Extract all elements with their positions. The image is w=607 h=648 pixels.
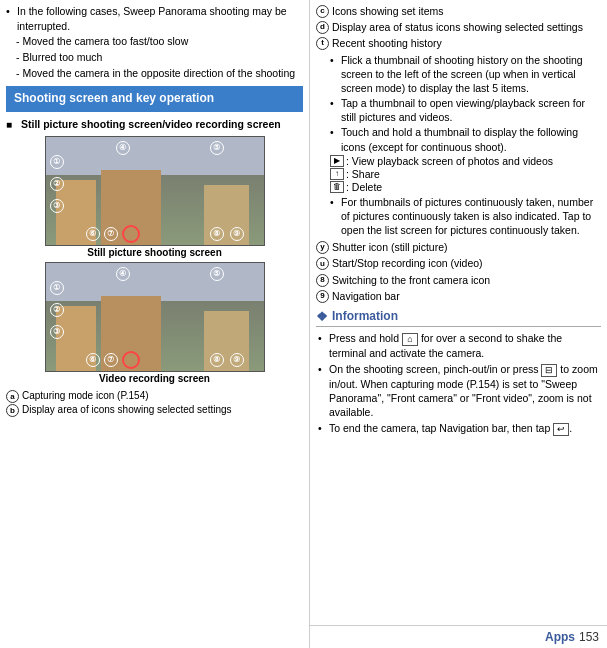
zoom-button-icon: ⊟ bbox=[541, 364, 557, 377]
dash-3: - bbox=[16, 66, 20, 81]
black-square-icon: ■ bbox=[6, 118, 16, 131]
info-bullet-2: • On the shooting screen, pinch-out/in o… bbox=[316, 362, 601, 419]
circle-1-screen2: ① bbox=[50, 281, 64, 295]
history-bullet-3: • Touch and hold a thumbnail to display … bbox=[326, 125, 601, 153]
history-bullet-2-text: Tap a thumbnail to open viewing/playback… bbox=[341, 96, 601, 124]
dash-text-1: Moved the camera too fast/too slow bbox=[23, 34, 189, 49]
circle-1-screen1: ① bbox=[50, 155, 64, 169]
bullet-dot-h1: • bbox=[330, 53, 338, 67]
circle-y: y bbox=[316, 241, 329, 254]
circle-5-screen2: ⑤ bbox=[210, 267, 224, 281]
circle-d: d bbox=[316, 21, 329, 34]
footer: Apps 153 bbox=[310, 625, 607, 648]
camera-screens: ① ② ③ ④ ⑤ ⑥ ⑦ ⑧ ⑨ Still picture shooting… bbox=[6, 136, 303, 386]
video-recording-screen-wrapper: ① ② ③ ④ ⑤ ⑥ ⑦ ⑧ ⑨ Video recording screen bbox=[6, 262, 303, 386]
share-icon-box: ↑ bbox=[330, 168, 344, 180]
info-header-text: Information bbox=[332, 309, 398, 323]
dash-1: - bbox=[16, 34, 20, 49]
back-button-icon: ↩ bbox=[553, 423, 569, 436]
item-u-text: Start/Stop recording icon (video) bbox=[332, 256, 483, 270]
circle-2-screen2: ② bbox=[50, 303, 64, 317]
item-c: c Icons showing set items bbox=[316, 4, 601, 18]
dash-text-2: Blurred too much bbox=[23, 50, 103, 65]
item-t: t Recent shooting history bbox=[316, 36, 601, 50]
circle-2-screen1: ② bbox=[50, 177, 64, 191]
bullet-dot-i1: • bbox=[318, 331, 326, 345]
info-bullet-2-text: On the shooting screen, pinch-out/in or … bbox=[329, 362, 601, 419]
item-u: u Start/Stop recording icon (video) bbox=[316, 256, 601, 270]
item-8: 8 Switching to the front camera icon bbox=[316, 273, 601, 287]
icon-share-text: : Share bbox=[346, 168, 380, 180]
circle-9: 9 bbox=[316, 290, 329, 303]
circle-6-screen1: ⑥ bbox=[86, 227, 100, 241]
alpha-b: b Display area of icons showing selected… bbox=[6, 404, 303, 417]
history-bullet-3-text: Touch and hold a thumbnail to display th… bbox=[341, 125, 601, 153]
history-bullet-1: • Flick a thumbnail of shooting history … bbox=[326, 53, 601, 96]
bullet-dot: • bbox=[6, 4, 14, 19]
red-target-1 bbox=[122, 225, 140, 243]
circle-a: a bbox=[6, 390, 19, 403]
still-picture-screen-wrapper: ① ② ③ ④ ⑤ ⑥ ⑦ ⑧ ⑨ Still picture shooting… bbox=[6, 136, 303, 260]
icon-play-text: : View playback screen of photos and vid… bbox=[346, 155, 553, 167]
circle-8-screen1: ⑧ bbox=[210, 227, 224, 241]
alpha-a-text: Capturing mode icon (P.154) bbox=[22, 390, 149, 401]
item-8-text: Switching to the front camera icon bbox=[332, 273, 490, 287]
alpha-b-text: Display area of icons showing selected s… bbox=[22, 404, 232, 415]
red-target-2 bbox=[122, 351, 140, 369]
circle-4-screen2: ④ bbox=[116, 267, 130, 281]
item-c-text: Icons showing set items bbox=[332, 4, 443, 18]
item-y-text: Shutter icon (still picture) bbox=[332, 240, 448, 254]
info-bullet-1: • Press and hold ⌂ for over a second to … bbox=[316, 331, 601, 360]
item-d: d Display area of status icons showing s… bbox=[316, 20, 601, 34]
circle-7-screen2: ⑦ bbox=[104, 353, 118, 367]
dash-text-3: Moved the camera in the opposite directi… bbox=[23, 66, 296, 81]
icon-row-delete: 🗑 : Delete bbox=[330, 181, 601, 193]
circle-t: t bbox=[316, 37, 329, 50]
item-d-text: Display area of status icons showing sel… bbox=[332, 20, 583, 34]
video-recording-screen: ① ② ③ ④ ⑤ ⑥ ⑦ ⑧ ⑨ bbox=[45, 262, 265, 372]
bullet-dot-i3: • bbox=[318, 421, 326, 435]
diamond-icon: ❖ bbox=[316, 309, 328, 324]
section-heading: ■ Still picture shooting screen/video re… bbox=[6, 118, 303, 132]
icon-delete-text: : Delete bbox=[346, 181, 382, 193]
circle-4-screen1: ④ bbox=[116, 141, 130, 155]
footer-page-number: 153 bbox=[579, 630, 599, 644]
info-bullet-1-text: Press and hold ⌂ for over a second to sh… bbox=[329, 331, 601, 360]
info-bullet-3: • To end the camera, tap Navigation bar,… bbox=[316, 421, 601, 436]
item-t-text: Recent shooting history bbox=[332, 36, 442, 50]
bullet-intro-section: • In the following cases, Sweep Panorama… bbox=[6, 4, 303, 80]
bullet-dot-h2: • bbox=[330, 96, 338, 110]
circle-b: b bbox=[6, 404, 19, 417]
bullet-intro: • In the following cases, Sweep Panorama… bbox=[6, 4, 303, 33]
bullet-intro-text: In the following cases, Sweep Panorama s… bbox=[17, 4, 303, 33]
circle-6-screen2: ⑥ bbox=[86, 353, 100, 367]
item-9: 9 Navigation bar bbox=[316, 289, 601, 303]
history-bullet-4-text: For thumbnails of pictures continuously … bbox=[341, 195, 601, 238]
history-bullet-4: • For thumbnails of pictures continuousl… bbox=[326, 195, 601, 238]
info-bullet-3-text: To end the camera, tap Navigation bar, t… bbox=[329, 421, 572, 436]
circle-7-screen1: ⑦ bbox=[104, 227, 118, 241]
footer-apps-label: Apps bbox=[545, 630, 575, 644]
history-bullet-2: • Tap a thumbnail to open viewing/playba… bbox=[326, 96, 601, 124]
bullet-dot-h4: • bbox=[330, 195, 338, 209]
circle-3-screen1: ③ bbox=[50, 199, 64, 213]
play-icon-box: ▶ bbox=[330, 155, 344, 167]
still-picture-screen: ① ② ③ ④ ⑤ ⑥ ⑦ ⑧ ⑨ bbox=[45, 136, 265, 246]
circle-5-screen1: ⑤ bbox=[210, 141, 224, 155]
circle-u: u bbox=[316, 257, 329, 270]
right-column: c Icons showing set items d Display area… bbox=[310, 0, 607, 648]
screen2-label: Video recording screen bbox=[6, 373, 303, 384]
home-button-icon: ⌂ bbox=[402, 333, 418, 346]
dash-item-3: - Moved the camera in the opposite direc… bbox=[16, 66, 303, 81]
circle-8-screen2: ⑧ bbox=[210, 353, 224, 367]
blue-header-text: Shooting screen and key operation bbox=[14, 91, 214, 105]
circle-9-screen1: ⑨ bbox=[230, 227, 244, 241]
section-heading-text: Still picture shooting screen/video reco… bbox=[21, 118, 281, 132]
item-9-text: Navigation bar bbox=[332, 289, 400, 303]
page-container: • In the following cases, Sweep Panorama… bbox=[0, 0, 607, 648]
icon-row-share: ↑ : Share bbox=[330, 168, 601, 180]
info-section-header: ❖ Information bbox=[316, 309, 601, 327]
bullet-dot-h3: • bbox=[330, 125, 338, 139]
screen1-label: Still picture shooting screen bbox=[6, 247, 303, 258]
icon-row-play: ▶ : View playback screen of photos and v… bbox=[330, 155, 601, 167]
